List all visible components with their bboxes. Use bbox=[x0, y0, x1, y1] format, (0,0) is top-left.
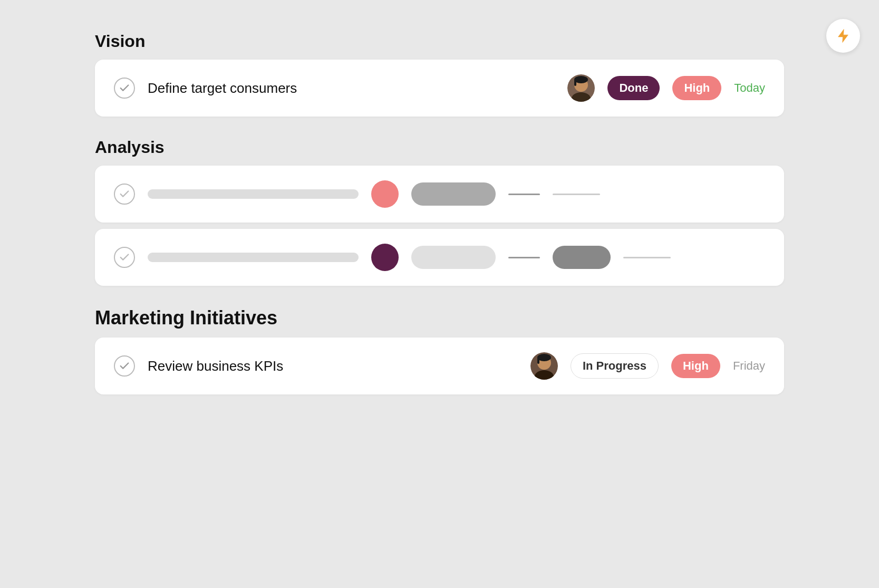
date-placeholder-a2 bbox=[553, 246, 611, 269]
marketing-section-title: Marketing Initiatives bbox=[95, 307, 784, 329]
avatar-circle-pink bbox=[371, 180, 399, 208]
task-card-analysis-2[interactable] bbox=[95, 229, 784, 286]
date-placeholder-a1 bbox=[553, 194, 600, 195]
vision-section-title: Vision bbox=[95, 32, 784, 51]
svg-rect-9 bbox=[537, 358, 539, 364]
lightning-button[interactable] bbox=[826, 19, 860, 53]
check-circle-icon-kpis bbox=[114, 355, 135, 377]
task-placeholder-a1 bbox=[148, 189, 359, 199]
task-card-analysis-1[interactable] bbox=[95, 166, 784, 223]
task-card-define-target[interactable]: Define target consumers Done High Today bbox=[95, 60, 784, 117]
task-card-review-kpis[interactable]: Review business KPIs In Progress High Fr… bbox=[95, 338, 784, 394]
check-circle-icon-a2 bbox=[114, 247, 135, 268]
priority-badge-high-2: High bbox=[671, 354, 720, 378]
priority-placeholder-a2 bbox=[508, 257, 540, 258]
lightning-icon bbox=[835, 28, 851, 44]
task-title-review-kpis: Review business KPIs bbox=[148, 358, 518, 374]
main-container: Vision Define target consumers bbox=[0, 0, 879, 447]
task-placeholder-a2 bbox=[148, 253, 359, 262]
analysis-section-title: Analysis bbox=[95, 138, 784, 157]
avatar-circle-dark bbox=[371, 244, 399, 271]
task-title-define-target: Define target consumers bbox=[148, 80, 555, 97]
priority-badge-high-1: High bbox=[672, 76, 721, 100]
svg-rect-4 bbox=[574, 80, 576, 86]
status-badge-done: Done bbox=[607, 76, 660, 100]
status-badge-in-progress: In Progress bbox=[571, 353, 659, 379]
avatar-user1 bbox=[567, 74, 595, 102]
marketing-section: Marketing Initiatives Review business KP… bbox=[95, 307, 784, 394]
status-placeholder-a1 bbox=[411, 182, 496, 206]
avatar-user2 bbox=[530, 352, 558, 380]
check-circle-icon-a1 bbox=[114, 184, 135, 205]
analysis-section: Analysis bbox=[95, 138, 784, 286]
date-label-today: Today bbox=[734, 81, 765, 95]
vision-section: Vision Define target consumers bbox=[95, 32, 784, 117]
extra-placeholder-a2 bbox=[623, 257, 671, 258]
status-placeholder-a2 bbox=[411, 246, 496, 269]
check-circle-icon bbox=[114, 78, 135, 99]
date-label-friday: Friday bbox=[733, 359, 765, 373]
priority-placeholder-a1 bbox=[508, 194, 540, 195]
